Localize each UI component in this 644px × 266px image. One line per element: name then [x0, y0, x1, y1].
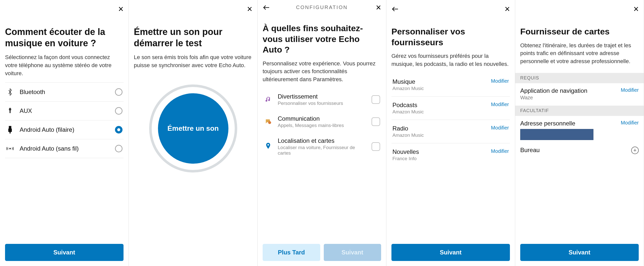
home-address-input[interactable]: [520, 129, 593, 140]
page-title: Émettre un son pour démarrer le test: [134, 26, 252, 49]
option-bluetooth[interactable]: Bluetooth: [5, 82, 124, 102]
option-android-auto-wired[interactable]: Android Auto (filaire): [5, 120, 124, 139]
page-subtitle: Gérez vos fournisseurs préférés pour la …: [391, 52, 510, 68]
option-android-auto-wireless[interactable]: Android Auto (sans fil): [5, 139, 124, 158]
feature-location[interactable]: Localisation et cartes Localiser ma voit…: [263, 133, 381, 160]
emit-sound-button[interactable]: Émettre un son: [158, 93, 228, 164]
office-address-row: Bureau +: [520, 143, 639, 157]
feature-checkbox[interactable]: [372, 142, 380, 151]
location-pin-icon: [264, 143, 273, 150]
modify-link[interactable]: Modifier: [491, 125, 509, 131]
feature-communication[interactable]: Communication Appels, Messages mains-lib…: [263, 111, 381, 133]
back-arrow-icon[interactable]: [263, 5, 270, 11]
next-button-disabled: Suivant: [324, 244, 381, 261]
aux-jack-icon: [6, 107, 14, 114]
feature-title: Communication: [278, 115, 367, 122]
feature-title: Divertissement: [278, 93, 367, 100]
feature-entertainment[interactable]: Divertissement Personnaliser vos fournis…: [263, 88, 381, 111]
provider-value: France Info: [392, 156, 419, 161]
provider-value: Amazon Music: [392, 109, 424, 115]
page-subtitle: Personnalisez votre expérience. Vous pou…: [263, 60, 381, 84]
next-button[interactable]: Suivant: [391, 244, 510, 261]
provider-title: Podcasts: [392, 102, 424, 109]
later-button[interactable]: Plus Tard: [263, 244, 320, 261]
page-title: Personnaliser vos fournisseurs: [391, 26, 510, 48]
modify-link[interactable]: Modifier: [491, 78, 509, 84]
svg-rect-2: [10, 132, 11, 134]
radio-checked[interactable]: [115, 126, 123, 134]
page-title: Fournisseur de cartes: [520, 26, 639, 37]
content: Comment écouter de la musique en voiture…: [0, 16, 129, 239]
page-subtitle: Le son sera émis trois fois afin que vot…: [134, 53, 252, 69]
provider-radio: Radio Amazon Music Modifier: [391, 120, 510, 143]
content: Fournisseur de cartes Obtenez l'itinérai…: [515, 16, 644, 239]
feature-checkbox[interactable]: [372, 95, 380, 104]
panel-customize-providers: × Personnaliser vos fournisseurs Gérez v…: [386, 0, 515, 266]
office-label: Bureau: [520, 147, 540, 154]
footer: Suivant: [386, 239, 515, 266]
feature-checkbox[interactable]: [372, 117, 380, 126]
footer: Suivant: [0, 239, 129, 266]
option-aux[interactable]: AUX: [5, 102, 124, 120]
nav-app-row: Application de navigation Waze Modifier: [520, 83, 639, 103]
radio-unchecked[interactable]: [115, 107, 123, 115]
home-address-row: Adresse personnelle Modifier: [520, 116, 639, 143]
provider-value: Amazon Music: [392, 132, 424, 138]
sound-button-ring: Émettre un son: [149, 84, 237, 172]
modify-link[interactable]: Modifier: [621, 120, 639, 126]
modify-link[interactable]: Modifier: [491, 102, 509, 107]
next-button[interactable]: Suivant: [5, 244, 124, 261]
feature-text: Localisation et cartes Localiser ma voit…: [278, 137, 367, 156]
next-button[interactable]: Suivant: [520, 244, 639, 261]
feature-text: Communication Appels, Messages mains-lib…: [278, 115, 367, 128]
options-list: Bluetooth AUX Android Auto (filaire): [5, 82, 124, 158]
modify-link[interactable]: Modifier: [621, 87, 639, 93]
svg-point-3: [9, 148, 11, 149]
option-label: Android Auto (sans fil): [20, 145, 109, 152]
home-address-label: Adresse personnelle: [520, 120, 618, 127]
footer: Suivant: [515, 239, 644, 266]
topbar: ×: [129, 0, 257, 16]
provider-value: Amazon Music: [392, 86, 424, 91]
feature-subtitle: Appels, Messages mains-libres: [278, 123, 367, 128]
radio-unchecked[interactable]: [115, 88, 123, 96]
close-icon[interactable]: ×: [118, 5, 124, 14]
topbar: ×: [0, 0, 129, 16]
option-label: Bluetooth: [20, 88, 109, 96]
feature-subtitle: Personnaliser vos fournisseurs: [278, 101, 367, 106]
chat-bubble-icon: [264, 118, 273, 125]
close-icon[interactable]: ×: [633, 5, 639, 14]
modify-link[interactable]: Modifier: [491, 148, 509, 154]
bluetooth-icon: [6, 88, 14, 96]
close-icon[interactable]: ×: [247, 5, 252, 14]
nav-app-label: Application de navigation: [520, 87, 587, 94]
page-subtitle: Sélectionnez la façon dont vous connecte…: [5, 53, 124, 77]
panel-sound-test: × Émettre un son pour démarrer le test L…: [129, 0, 258, 266]
provider-title: Nouvelles: [392, 148, 419, 155]
wireless-icon: [6, 146, 14, 152]
provider-news: Nouvelles France Info Modifier: [391, 143, 510, 166]
feature-subtitle: Localiser ma voiture, Fournisseur de car…: [278, 145, 367, 156]
features-list: Divertissement Personnaliser vos fournis…: [263, 88, 381, 160]
music-note-icon: [264, 96, 273, 103]
close-icon[interactable]: ×: [505, 5, 510, 14]
content: Émettre un son pour démarrer le test Le …: [129, 16, 257, 266]
provider-title: Musique: [392, 78, 424, 85]
footer: Plus Tard Suivant: [258, 239, 386, 266]
close-icon[interactable]: ×: [376, 3, 381, 12]
panel-configuration: CONFIGURATION × À quelles fins souhaitez…: [258, 0, 386, 266]
usb-plug-icon: [6, 126, 14, 134]
panel-map-provider: × Fournisseur de cartes Obtenez l'itinér…: [515, 0, 644, 266]
header-title: CONFIGURATION: [296, 5, 348, 10]
radio-unchecked[interactable]: [115, 145, 123, 152]
back-arrow-icon[interactable]: [391, 6, 399, 12]
page-title: À quelles fins souhaitez-vous utiliser v…: [263, 23, 381, 55]
provider-title: Radio: [392, 125, 424, 132]
page-subtitle: Obtenez l'itinéraire, les durées de traj…: [520, 41, 639, 66]
svg-point-4: [268, 121, 271, 124]
add-office-icon[interactable]: +: [631, 147, 639, 154]
svg-rect-1: [8, 128, 12, 132]
svg-rect-0: [9, 126, 11, 128]
topbar: CONFIGURATION ×: [258, 0, 386, 13]
page-title: Comment écouter de la musique en voiture…: [5, 26, 124, 49]
